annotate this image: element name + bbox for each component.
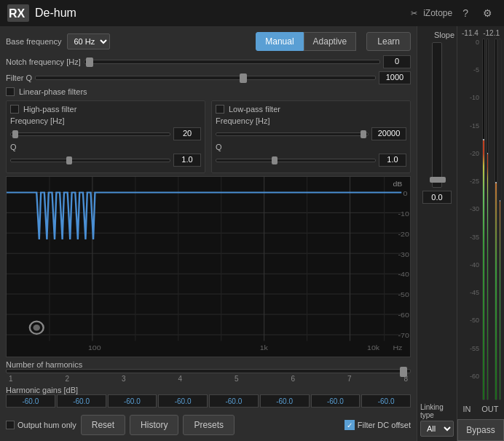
slope-thumb[interactable] bbox=[430, 177, 446, 183]
scale-20: -20 bbox=[460, 150, 481, 178]
lowpass-q-value: 1.0 bbox=[379, 154, 406, 167]
highpass-freq-value: 20 bbox=[173, 127, 201, 140]
highpass-q-label: Q bbox=[10, 143, 17, 151]
harmonic-num-7: 7 bbox=[347, 375, 352, 383]
gain-cell-1[interactable]: -60.0 bbox=[6, 394, 55, 408]
harmonic-num-3: 3 bbox=[122, 375, 126, 383]
lowpass-q-label: Q bbox=[216, 143, 222, 151]
app-window: RX De-hum ✂ iZotope ? ⚙ Base frequency 6… bbox=[0, 0, 504, 441]
out-meter-r-fill bbox=[500, 202, 501, 400]
svg-text:RX: RX bbox=[9, 7, 25, 20]
manual-button[interactable]: Manual bbox=[256, 32, 303, 51]
highpass-q-slider[interactable] bbox=[10, 159, 170, 162]
slope-controls: 0.0 bbox=[422, 42, 452, 400]
lowpass-checkbox[interactable] bbox=[216, 105, 224, 114]
title-bar: RX De-hum ✂ iZotope ? ⚙ bbox=[0, 0, 504, 26]
filter-dc-label[interactable]: ✓ Filter DC offset bbox=[344, 420, 411, 430]
rx-logo-icon: RX bbox=[7, 4, 29, 22]
scale-10: -10 bbox=[460, 94, 481, 122]
history-button[interactable]: History bbox=[130, 415, 178, 435]
highpass-freq-slider[interactable] bbox=[10, 132, 170, 136]
meters-col: -11.4 -12.1 0 -5 -10 -15 -20 -25 bbox=[457, 26, 504, 441]
lowpass-freq-thumb[interactable] bbox=[361, 130, 366, 138]
gain-cell-7[interactable]: -60.0 bbox=[311, 394, 361, 408]
svg-text:-20: -20 bbox=[398, 230, 409, 237]
base-freq-select[interactable]: 60 Hz 50 Hz bbox=[67, 33, 110, 49]
gain-cell-3[interactable]: -60.0 bbox=[108, 394, 157, 408]
linking-section: Linking type All None bbox=[420, 403, 454, 437]
filter-q-label: Filter Q bbox=[6, 74, 32, 82]
harmonics-numbers: 1 2 3 4 5 6 7 8 bbox=[6, 375, 411, 383]
gain-cell-4[interactable]: -60.0 bbox=[158, 394, 208, 408]
reset-button[interactable]: Reset bbox=[81, 415, 125, 435]
bypass-button[interactable]: Bypass bbox=[457, 419, 504, 441]
izotope-text: iZotope bbox=[423, 8, 452, 18]
meter-gap bbox=[490, 39, 493, 400]
adaptive-button[interactable]: Adaptive bbox=[304, 32, 357, 51]
bottom-controls: Output hum only Reset History Presets ✓ … bbox=[6, 415, 411, 435]
svg-text:-70: -70 bbox=[398, 332, 409, 339]
linear-phase-checkbox[interactable] bbox=[6, 87, 15, 96]
lowpass-freq-row: Frequency [Hz] bbox=[216, 116, 406, 125]
lowpass-freq-slider[interactable] bbox=[216, 132, 369, 136]
highpass-header: High-pass filter bbox=[10, 105, 201, 114]
linking-label: Linking type bbox=[420, 403, 454, 419]
gain-cell-5[interactable]: -60.0 bbox=[209, 394, 259, 408]
output-hum-label[interactable]: Output hum only bbox=[6, 421, 76, 429]
meter-scale: 0 -5 -10 -15 -20 -25 -30 -35 -40 -45 -50… bbox=[460, 39, 481, 400]
notch-freq-thumb[interactable] bbox=[86, 57, 93, 67]
scale-50: -50 bbox=[460, 317, 481, 344]
scale-35: -35 bbox=[460, 234, 481, 261]
gain-cell-6[interactable]: -60.0 bbox=[260, 394, 310, 408]
presets-button[interactable]: Presets bbox=[183, 415, 235, 435]
slope-slider[interactable] bbox=[432, 42, 442, 188]
svg-text:-30: -30 bbox=[398, 250, 409, 258]
lowpass-freq-label: Frequency [Hz] bbox=[216, 116, 270, 125]
svg-text:0: 0 bbox=[403, 189, 408, 196]
in-meter-l-fill bbox=[483, 140, 484, 400]
harmonic-num-4: 4 bbox=[178, 375, 182, 383]
gain-cell-8[interactable]: -60.0 bbox=[361, 394, 411, 408]
eq-svg: 0 -10 -20 -30 -40 -50 -60 -70 dB 100 1k … bbox=[7, 177, 410, 357]
lowpass-q-slider[interactable] bbox=[216, 159, 376, 162]
out-meter-r-peak bbox=[500, 200, 501, 202]
slope-col: Slope 0.0 Linking type All None bbox=[417, 26, 457, 441]
top-vals: -11.4 -12.1 bbox=[457, 26, 504, 37]
harmonic-num-1: 1 bbox=[9, 375, 13, 383]
slope-value: 0.0 bbox=[422, 191, 452, 204]
scale-5: -5 bbox=[460, 66, 481, 94]
harmonic-num-5: 5 bbox=[235, 375, 239, 383]
svg-text:Hz: Hz bbox=[393, 344, 402, 351]
filter-q-slider[interactable] bbox=[35, 76, 376, 80]
svg-point-22 bbox=[34, 325, 40, 331]
filter-dc-checkbox[interactable]: ✓ bbox=[344, 420, 355, 430]
scale-25: -25 bbox=[460, 178, 481, 205]
harmonic-gains-row: -60.0 -60.0 -60.0 -60.0 -60.0 -60.0 -60.… bbox=[6, 394, 411, 408]
title-right: ✂ iZotope ? ⚙ bbox=[411, 6, 497, 20]
in-meter-r bbox=[487, 39, 489, 400]
eq-display[interactable]: 0 -10 -20 -30 -40 -50 -60 -70 dB 100 1k … bbox=[6, 176, 411, 357]
highpass-freq-thumb[interactable] bbox=[12, 130, 18, 138]
highpass-q-row: Q bbox=[10, 143, 201, 151]
output-hum-checkbox[interactable] bbox=[6, 421, 15, 429]
highpass-q-thumb[interactable] bbox=[66, 156, 72, 164]
notch-freq-label: Notch frequency [Hz] bbox=[6, 57, 81, 66]
out-meter-l bbox=[495, 39, 497, 400]
notch-freq-slider[interactable] bbox=[84, 60, 380, 64]
base-freq-label: Base frequency bbox=[6, 37, 61, 46]
linking-select[interactable]: All None bbox=[420, 421, 454, 437]
harmonics-slider[interactable] bbox=[6, 369, 411, 373]
in-meter-bars bbox=[482, 39, 489, 400]
scale-0: 0 bbox=[460, 39, 481, 66]
harmonics-thumb[interactable] bbox=[400, 367, 407, 377]
highpass-freq-label: Frequency [Hz] bbox=[10, 116, 65, 125]
out-top-val: -12.1 bbox=[483, 29, 500, 37]
highpass-checkbox[interactable] bbox=[10, 105, 19, 114]
gain-cell-2[interactable]: -60.0 bbox=[57, 394, 106, 408]
lowpass-q-thumb[interactable] bbox=[272, 156, 277, 164]
help-button[interactable]: ? bbox=[458, 6, 473, 20]
learn-button[interactable]: Learn bbox=[366, 32, 411, 51]
filter-q-thumb[interactable] bbox=[240, 74, 247, 83]
highpass-filter: High-pass filter Frequency [Hz] 20 Q bbox=[6, 100, 205, 173]
settings-button[interactable]: ⚙ bbox=[479, 6, 497, 20]
